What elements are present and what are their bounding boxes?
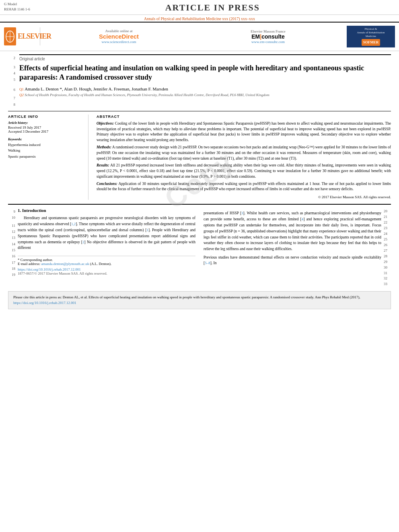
elsevier-text: ELSEVIER <box>18 32 51 41</box>
conclusions-label: Conclusions: <box>97 182 117 186</box>
section-divider-1 <box>8 111 391 111</box>
elsevier-masson-text: Elsevier Masson France <box>197 29 339 33</box>
journal-name: Annals of Physical and Rehabilitation Me… <box>0 15 399 22</box>
citation-footer: Please cite this article in press as: De… <box>8 291 391 309</box>
methods-label: Methods: <box>97 145 111 149</box>
article-title: Effects of superficial heating and insul… <box>19 64 391 82</box>
received-date: Received 19 July 2017 <box>8 125 82 129</box>
model-info: G Model REHAB 1146 1-6 <box>4 2 30 12</box>
objectives-text: Cooling of the lower limb in people with… <box>97 121 391 142</box>
results-label: Results: <box>97 163 109 167</box>
elsevier-logo-block: ELSEVIER <box>4 27 40 45</box>
corresponding-note: * Corresponding author. <box>18 258 195 262</box>
accepted-date: Accepted 3 December 2017 <box>8 129 82 134</box>
keyword-1: Hyperthermia induced <box>8 142 82 148</box>
email-line: E-mail address: amanda.denton@plymouth.a… <box>18 262 195 266</box>
abstract-col: ABSTRACT Objectives: Cooling of the lowe… <box>97 115 391 200</box>
history-label: Article history: <box>8 121 82 125</box>
keyword-3: Spastic paraparesis <box>8 154 82 159</box>
info-abstract-section: ARTICLE INFO Article history: Received 1… <box>8 115 391 200</box>
article-info-col: ARTICLE INFO Article history: Received 1… <box>8 115 88 200</box>
citation-doi[interactable]: https://doi.org/10.1016/j.rehab.2017.12.… <box>13 301 76 305</box>
article-in-press-banner: ARTICLE IN PRESS <box>30 2 395 13</box>
conclusions-text: Application of 30 minutes superficial he… <box>97 182 391 191</box>
results-text: All 21 pwHSSP reported increased lower l… <box>97 163 391 179</box>
intro-right-with-lines: presentations of HSSP [3]. Whilst health… <box>204 208 391 287</box>
article-info-heading: ARTICLE INFO <box>8 115 82 119</box>
logo-bar: ELSEVIER Available online at ScienceDire… <box>0 22 399 51</box>
intro-right-col: presentations of HSSP [3]. Whilst health… <box>204 208 391 287</box>
journal-logo-box: Physical &Annals of RehabilitationMedici… <box>347 26 395 47</box>
intro-para-3: Previous studies have demonstrated therm… <box>204 255 381 267</box>
issn-text: 1877-0657/© 2017 Elsevier Masson SAS. Al… <box>18 271 195 275</box>
methods-text: A randomised crossover study design with… <box>97 145 391 160</box>
line-numbers-left: 2 3 4 5 6 7 8 <box>8 54 15 108</box>
em-consulte-block: Elsevier Masson France EM|consulte www.e… <box>197 29 339 44</box>
sd-url[interactable]: www.sciencedirect.com <box>48 40 189 44</box>
article-section-label: Original article <box>19 54 391 61</box>
em-consulte-name: EM|consulte <box>197 33 339 40</box>
sofmer-logo: SOFMER <box>362 39 380 46</box>
section-divider-2 <box>8 204 391 205</box>
intro-line-nums-left: 9 10 11 12 13 14 15 16 17 18 19 <box>8 208 15 278</box>
email-label: E-mail address: <box>18 262 40 266</box>
sciencedirect-name: ScienceDirect <box>48 33 189 40</box>
abstract-heading: ABSTRACT <box>97 115 391 119</box>
intro-para-2: presentations of HSSP [3]. Whilst health… <box>204 210 381 252</box>
g-model: G Model <box>4 2 30 7</box>
copyright: © 2017 Elsevier Masson SAS. All rights r… <box>97 195 391 200</box>
intro-left-col: 9 10 11 12 13 14 15 16 17 18 19 1. Intro… <box>8 208 195 287</box>
introduction-section: 9 10 11 12 13 14 15 16 17 18 19 1. Intro… <box>8 208 391 287</box>
doi-link[interactable]: https://doi.org/10.1016/j.rehab.2017.12.… <box>18 267 81 271</box>
intro-para-1: Hereditary and spontaneous spastic parap… <box>18 215 195 251</box>
author-email[interactable]: amanda.denton@plymouth.ac.uk <box>41 262 89 266</box>
article-header: Original article Effects of superficial … <box>19 54 391 108</box>
intro-right-text: presentations of HSSP [3]. Whilst health… <box>204 208 381 287</box>
intro-line-nums-right: 20 21 22 23 24 25 26 27 28 29 30 31 32 3… <box>384 208 391 287</box>
affiliation: Q2 School of Health Professions, Faculty… <box>19 93 391 97</box>
keywords-list: Hyperthermia induced Walking Spastic par… <box>8 142 82 159</box>
intro-heading: 1. Introduction <box>18 208 195 213</box>
authors-line: Q1 Amanda L. Denton *, Alan D. Hough, Je… <box>19 86 391 91</box>
abstract-text: Objectives: Cooling of the lower limb in… <box>97 121 391 200</box>
objectives-label: Objectives: <box>97 121 114 125</box>
intro-with-lines: 9 10 11 12 13 14 15 16 17 18 19 1. Intro… <box>8 208 195 278</box>
intro-heading-text: Introduction <box>22 208 46 213</box>
journal-logo-title: Physical &Annals of RehabilitationMedici… <box>348 27 393 38</box>
intro-left-text: 1. Introduction Hereditary and spontaneo… <box>18 208 195 278</box>
sciencedirect-block: Available online at ScienceDirect www.sc… <box>48 29 189 44</box>
citation-text: Please cite this article in press as: De… <box>13 295 360 299</box>
keyword-2: Walking <box>8 148 82 153</box>
em-url[interactable]: www.em-consulte.com <box>197 40 339 44</box>
keywords-label: Keywords: <box>8 138 82 141</box>
elsevier-logo-icon <box>4 27 16 45</box>
rehab-id: REHAB 1146 1-6 <box>4 7 30 12</box>
top-bar: G Model REHAB 1146 1-6 ARTICLE IN PRESS <box>0 0 399 15</box>
intro-section-num: 1. <box>18 208 21 213</box>
header-section: 2 3 4 5 6 7 8 Original article Effects o… <box>8 54 391 108</box>
footnote-area: * Corresponding author. E-mail address: … <box>18 256 195 275</box>
main-content: Copy 2 3 4 5 6 7 8 Original article Effe… <box>0 51 399 309</box>
email-suffix: (A.L. Denton). <box>90 262 112 266</box>
available-text: Available online at <box>48 29 189 33</box>
